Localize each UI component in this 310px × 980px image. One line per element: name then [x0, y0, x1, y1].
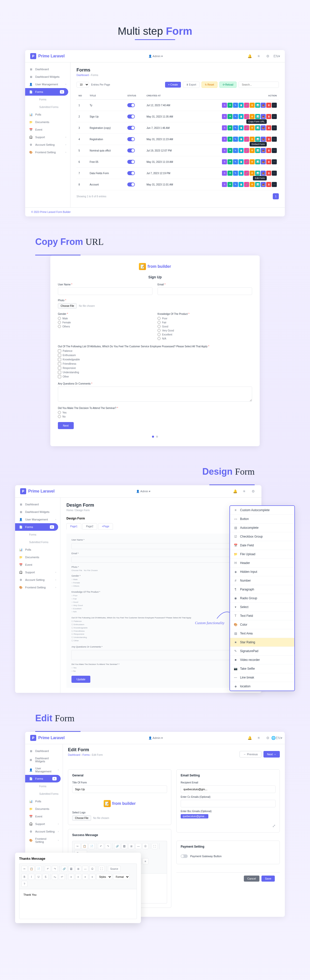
previous-button[interactable]: ← Previous: [240, 751, 261, 757]
sidebar-item-frontend-setting[interactable]: 🎨Frontend Setting›: [25, 835, 63, 845]
action-btn[interactable]: ⎘: [222, 103, 227, 108]
action-btn[interactable]: 🔗: [244, 159, 249, 164]
bcc-chip[interactable]: quebecstuio@gmai...: [181, 814, 208, 818]
editor-btn[interactable]: ⊞: [128, 843, 134, 849]
header-icon[interactable]: ☀: [241, 488, 247, 494]
palette-number[interactable]: #Number: [230, 576, 294, 585]
action-btn[interactable]: 🗑: [266, 114, 271, 119]
editor-btn[interactable]: 🔗: [114, 843, 120, 849]
action-btn[interactable]: 🗑: [266, 125, 271, 130]
radio-option[interactable]: Yes: [58, 411, 252, 414]
action-btn[interactable]: 📤: [261, 103, 266, 108]
settings-icon[interactable]: ⚙: [265, 53, 271, 59]
export-button[interactable]: ⬇ Export: [183, 81, 200, 88]
sidebar-item-documents[interactable]: 📁Documents: [25, 805, 63, 813]
sidebar-item-dashboard-widgets[interactable]: ⊞Dashboard Widgets: [25, 755, 63, 765]
status-toggle[interactable]: [127, 171, 135, 175]
theme-icon[interactable]: ☀: [256, 53, 262, 59]
entries-select[interactable]: 10: [76, 82, 89, 88]
admin-label-3[interactable]: 👤 Admin ▾: [148, 737, 163, 740]
action-btn[interactable]: ⚙: [250, 171, 254, 176]
action-btn[interactable]: 📤: [261, 171, 266, 176]
sidebar-item-dashboard[interactable]: ⊞Dashboard: [15, 501, 60, 508]
editor-btn[interactable]: Ω: [142, 843, 148, 849]
editor-btn[interactable]: ≡: [142, 858, 148, 864]
action-btn[interactable]: ⚙: [250, 114, 254, 119]
action-btn[interactable]: 👁: [227, 159, 232, 164]
action-btn[interactable]: 📊: [255, 114, 260, 119]
editor-btn[interactable]: ?: [21, 881, 27, 887]
header-icon[interactable]: ☀: [256, 735, 262, 741]
action-btn[interactable]: ⚙: [250, 148, 254, 153]
recipient-input[interactable]: [181, 786, 275, 793]
sidebar-item-forms[interactable]: Forms: [25, 95, 70, 103]
action-btn[interactable]: ⎘: [222, 171, 227, 176]
editor-btn[interactable]: I: [29, 874, 35, 880]
expand-icon[interactable]: ⤢: [272, 824, 275, 828]
action-btn[interactable]: 📋: [238, 114, 243, 119]
sidebar-item-submitted-forms[interactable]: Submitted Forms: [25, 103, 70, 111]
palette-header[interactable]: HHeader: [230, 559, 294, 568]
palette-text-area[interactable]: ▤Text Area: [230, 629, 294, 638]
status-toggle[interactable]: [127, 115, 135, 119]
sidebar-item-forms[interactable]: 📄Forms6: [25, 88, 68, 95]
update-button[interactable]: Update: [72, 676, 90, 683]
action-btn[interactable]: ⚙: [250, 103, 254, 108]
thanks-editor[interactable]: Thank You: [19, 889, 137, 919]
palette-file-upload[interactable]: 📁File Upload: [230, 550, 294, 559]
palette-line-break[interactable]: —Line break: [230, 673, 294, 682]
sidebar-item-forms[interactable]: Forms: [15, 531, 60, 538]
action-btn[interactable]: ⋯: [272, 159, 277, 164]
sidebar-item-account-setting[interactable]: ⚙Account Setting›: [25, 828, 63, 835]
sidebar-item-frontend-setting[interactable]: 🎨Frontend Setting›: [15, 584, 60, 591]
action-btn[interactable]: ⋯: [272, 148, 277, 153]
action-btn[interactable]: ⋯: [272, 114, 277, 119]
palette-checkbox-group[interactable]: ☑Checkbox Group: [230, 532, 294, 541]
header-icon[interactable]: 🔔: [246, 735, 253, 741]
sidebar-item-account-setting[interactable]: ⚙Account Setting›: [25, 141, 70, 148]
action-btn[interactable]: 👁: [227, 148, 232, 153]
palette-radio-group[interactable]: ◉Radio Group: [230, 594, 294, 603]
radio-option[interactable]: Very Good: [157, 329, 252, 332]
checkbox-option[interactable]: Other: [58, 375, 252, 378]
editor-btn[interactable]: S: [43, 874, 49, 880]
create-button[interactable]: + Create: [165, 82, 181, 88]
action-btn[interactable]: ✎: [233, 103, 238, 108]
action-btn[interactable]: 👁: [227, 103, 232, 108]
action-btn[interactable]: 📤: [261, 137, 266, 142]
sidebar-item-support[interactable]: 🎧Support›: [15, 568, 60, 576]
next-button-top[interactable]: Next →: [264, 751, 280, 757]
action-btn[interactable]: 👁: [227, 171, 232, 176]
sidebar-item-event[interactable]: 📅Event: [25, 126, 70, 134]
action-btn[interactable]: ⎘: [222, 137, 227, 142]
action-btn[interactable]: 📊: [255, 159, 260, 164]
sidebar-item-user-management[interactable]: 👤User Management›: [25, 81, 70, 88]
sidebar-item-dashboard[interactable]: ⊞Dashboard: [25, 65, 70, 73]
action-btn[interactable]: 📤: [261, 159, 266, 164]
editor-btn[interactable]: ≡: [82, 874, 88, 880]
action-btn[interactable]: 📤: [261, 182, 266, 187]
payment-toggle[interactable]: [181, 854, 188, 858]
action-btn[interactable]: 🗑: [266, 182, 271, 187]
action-btn[interactable]: 📋: [238, 159, 243, 164]
action-btn[interactable]: 🗑: [266, 171, 271, 176]
editor-btn[interactable]: U: [35, 874, 41, 880]
action-btn[interactable]: ⎘: [222, 114, 227, 119]
sidebar-item-event[interactable]: 📅Event: [25, 813, 63, 820]
choose-file-button[interactable]: Choose File: [58, 303, 77, 309]
palette-star-rating[interactable]: ★Star Rating: [230, 638, 294, 647]
editor-btn[interactable]: —: [82, 866, 88, 872]
action-btn[interactable]: 📋: [238, 137, 243, 142]
breadcrumb-home[interactable]: Dashboard: [76, 74, 89, 76]
action-btn[interactable]: 🗑: [266, 148, 271, 153]
action-btn[interactable]: 🔗: [244, 137, 249, 142]
sidebar-item-support[interactable]: 🎧Support›: [25, 134, 70, 141]
sidebar-item-documents[interactable]: 📁Documents: [15, 554, 60, 561]
editor-btn[interactable]: ↶: [98, 843, 104, 849]
sidebar-item-user-management[interactable]: 👤User Management›: [25, 765, 63, 775]
action-btn[interactable]: 📤: [261, 114, 266, 119]
cc-input[interactable]: [181, 800, 275, 807]
sidebar-item-forms[interactable]: 📄Forms6: [25, 775, 60, 783]
action-btn[interactable]: 👁: [227, 125, 232, 130]
header-icon[interactable]: ⚙: [265, 735, 271, 741]
